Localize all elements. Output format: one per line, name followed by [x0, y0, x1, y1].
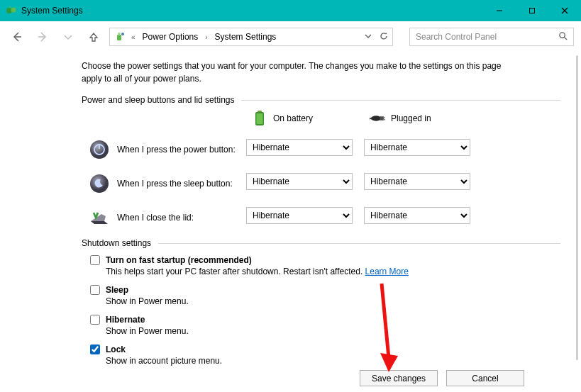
breadcrumb-system-settings[interactable]: System Settings — [214, 32, 278, 42]
lock-desc: Show in account picture menu. — [106, 356, 560, 366]
breadcrumb-prefix: « — [130, 33, 137, 41]
column-label-battery: On battery — [273, 113, 313, 123]
intro-text: Choose the power settings that you want … — [82, 60, 514, 85]
row-sleep-button: When I press the sleep button: — [82, 173, 246, 194]
nav-row: « Power Options › System Settings — [0, 21, 581, 52]
lock-checkbox[interactable] — [90, 345, 100, 354]
breadcrumb-separator: › — [204, 33, 209, 41]
hibernate-label: Hibernate — [106, 315, 145, 325]
window-title: System Settings — [21, 6, 83, 16]
fast-startup-checkbox[interactable] — [90, 255, 100, 265]
svg-rect-8 — [117, 35, 121, 40]
column-on-battery: On battery — [246, 111, 364, 126]
sleep-button-icon — [89, 173, 110, 194]
svg-rect-3 — [530, 9, 535, 13]
refresh-icon[interactable] — [380, 32, 388, 43]
check-lock: Lock Show in account picture menu. — [90, 345, 560, 366]
row-lid-label: When I close the lid: — [117, 213, 194, 223]
power-grid: On battery Plugged in When I press the p… — [82, 111, 560, 228]
recent-dropdown-button[interactable] — [58, 27, 78, 47]
row-power-button: When I press the power button: — [82, 139, 246, 160]
fast-startup-label: Turn on fast startup (recommended) — [106, 255, 252, 265]
svg-point-11 — [560, 33, 565, 38]
plug-icon — [370, 111, 385, 126]
search-box[interactable] — [409, 28, 574, 46]
power-button-icon — [89, 139, 110, 160]
app-icon — [6, 5, 17, 16]
minimize-button[interactable] — [483, 0, 516, 21]
svg-line-12 — [564, 37, 567, 40]
sleep-checkbox[interactable] — [90, 285, 100, 295]
svg-point-10 — [121, 33, 124, 35]
lid-battery-select[interactable]: Hibernate — [246, 207, 353, 224]
power-options-icon — [114, 31, 126, 43]
svg-point-16 — [371, 116, 382, 121]
check-hibernate: Hibernate Show in Power menu. — [90, 315, 560, 336]
sleep-plugged-select[interactable]: Hibernate — [364, 173, 470, 190]
hibernate-checkbox[interactable] — [90, 315, 100, 325]
row-sleep-label: When I press the sleep button: — [117, 179, 233, 189]
shutdown-checklist: Turn on fast startup (recommended) This … — [90, 255, 560, 366]
chevron-down-icon[interactable] — [364, 32, 372, 43]
cancel-button[interactable]: Cancel — [446, 370, 524, 386]
learn-more-link[interactable]: Learn More — [365, 267, 409, 276]
lid-icon — [89, 207, 110, 228]
up-button[interactable] — [84, 27, 104, 47]
svg-rect-19 — [383, 119, 385, 120]
close-button[interactable] — [548, 0, 581, 21]
forward-button[interactable] — [33, 27, 52, 47]
section-shutdown: Shutdown settings — [82, 238, 560, 248]
fast-startup-desc: This helps start your PC faster after sh… — [106, 267, 365, 276]
breadcrumb-power-options[interactable]: Power Options — [141, 32, 200, 42]
main-content: Choose the power settings that you want … — [0, 52, 560, 366]
search-input[interactable] — [416, 32, 558, 42]
row-close-lid: When I close the lid: — [82, 207, 246, 228]
svg-rect-15 — [257, 113, 263, 124]
footer-bar: Save changes Cancel — [360, 370, 524, 386]
column-plugged-in: Plugged in — [364, 111, 482, 126]
section-rule — [241, 100, 560, 101]
check-fast-startup: Turn on fast startup (recommended) This … — [90, 255, 560, 276]
hibernate-desc: Show in Power menu. — [106, 326, 560, 336]
svg-point-1 — [11, 8, 16, 13]
sleep-battery-select[interactable]: Hibernate — [246, 173, 353, 190]
svg-rect-18 — [383, 117, 385, 118]
power-plugged-select[interactable]: Hibernate — [364, 139, 470, 156]
maximize-button[interactable] — [516, 0, 548, 21]
svg-rect-9 — [118, 33, 121, 35]
titlebar: System Settings — [0, 0, 581, 21]
back-button[interactable] — [7, 27, 27, 47]
row-power-label: When I press the power button: — [117, 145, 236, 155]
lid-plugged-select[interactable]: Hibernate — [364, 207, 470, 224]
column-label-plugged: Plugged in — [391, 113, 431, 123]
vertical-scrollbar[interactable] — [576, 55, 578, 360]
section-buttons-lid: Power and sleep buttons and lid settings — [82, 95, 560, 105]
svg-point-20 — [90, 140, 109, 159]
check-sleep: Sleep Show in Power menu. — [90, 285, 560, 306]
section-rule — [158, 243, 560, 244]
power-battery-select[interactable]: Hibernate — [246, 139, 353, 156]
address-bar[interactable]: « Power Options › System Settings — [109, 28, 393, 46]
lock-label: Lock — [106, 345, 126, 354]
section-title-shutdown: Shutdown settings — [82, 238, 151, 248]
save-changes-button[interactable]: Save changes — [360, 370, 438, 386]
sleep-label: Sleep — [106, 285, 128, 295]
sleep-desc: Show in Power menu. — [106, 296, 560, 306]
section-title: Power and sleep buttons and lid settings — [82, 95, 234, 105]
battery-icon — [252, 111, 267, 126]
search-icon — [558, 31, 568, 43]
